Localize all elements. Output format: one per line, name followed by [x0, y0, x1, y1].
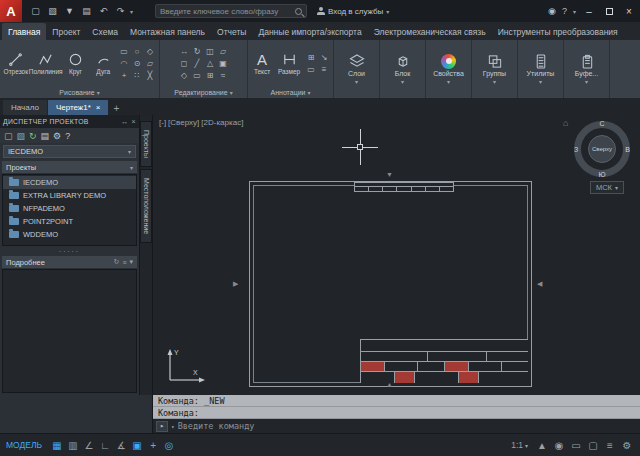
groups-button[interactable]: Группы ▾ [472, 40, 517, 98]
undo-icon[interactable]: ↶ [96, 3, 111, 19]
explode-icon[interactable]: ▣ [217, 58, 229, 69]
autoscale-icon[interactable]: ◉ [552, 437, 566, 453]
palette-resize-grip[interactable]: ..... [0, 247, 139, 255]
gear-icon[interactable]: ⚙ [620, 437, 634, 453]
ortho-icon[interactable]: ∟ [98, 437, 112, 453]
stretch-icon[interactable]: ◇ [178, 70, 190, 81]
properties-button[interactable]: Свойства ▾ [426, 40, 471, 98]
ellipse-icon[interactable]: ○ [131, 46, 143, 57]
layers-button[interactable]: Слои ▾ [334, 40, 379, 98]
circle-tool[interactable]: Круг [63, 52, 89, 75]
tree-item-extra-library-demo[interactable]: EXTRA LIBRARY DEMO [3, 189, 136, 202]
ribbon-tab-conversion-tools[interactable]: Инструменты преобразования [492, 23, 624, 40]
qat-dropdown-icon[interactable]: ▾ [130, 8, 133, 15]
open-icon[interactable]: ▧ [45, 3, 60, 19]
copy-icon[interactable]: ◻ [178, 58, 190, 69]
annotation-visibility-icon[interactable]: ▲ [535, 437, 549, 453]
projects-section-header[interactable]: Проекты▾ [2, 161, 137, 173]
erase-icon[interactable]: ≈ [217, 70, 229, 81]
viewcube[interactable]: ⌂ С Ю З В Сверху [574, 121, 630, 177]
rectangle-icon[interactable]: ▭ [118, 46, 130, 57]
viewcube-top-face[interactable]: Сверху [588, 135, 616, 163]
tree-item-point2point[interactable]: POINT2POINT [3, 215, 136, 228]
viewcube-north[interactable]: С [599, 120, 604, 127]
redo-icon[interactable]: ↷ [113, 3, 128, 19]
viewcube-home-icon[interactable]: ⌂ [563, 118, 568, 128]
signin-button[interactable]: Вход в службы ▾ [317, 7, 389, 16]
ribbon-tab-schematic[interactable]: Схема [86, 23, 124, 40]
fillet-icon[interactable]: △ [204, 58, 216, 69]
ribbon-tab-panel[interactable]: Монтажная панель [124, 23, 211, 40]
command-recent-icon[interactable]: ▾ [171, 423, 175, 430]
minimize-button[interactable]: – [582, 4, 596, 18]
refresh-icon[interactable]: ↻ [29, 131, 37, 141]
line-tool[interactable]: Отрезок [3, 52, 29, 75]
file-tab-close-icon[interactable]: × [96, 103, 101, 112]
annotation-scale-button[interactable]: 1:1▾ [511, 440, 528, 450]
dimension-tool[interactable]: Размер [277, 52, 301, 75]
current-project-dropdown[interactable]: IECDEMO▾ [3, 145, 136, 158]
array-icon[interactable]: ⊞ [204, 70, 216, 81]
plot-icon[interactable]: ▤ [79, 3, 94, 19]
ribbon-tab-home[interactable]: Главная [2, 23, 46, 40]
palette-close-icon[interactable]: × [132, 118, 136, 125]
panel-annotate-label[interactable]: Аннотации▾ [248, 87, 333, 98]
ribbon-tab-reports[interactable]: Отчеты [211, 23, 252, 40]
dynamic-input-icon[interactable]: ◎ [162, 437, 176, 453]
table-icon[interactable]: ⊞ [305, 52, 317, 63]
wcs-dropdown[interactable]: МСК▾ [590, 181, 624, 194]
ribbon-tab-electromechanical[interactable]: Электромеханическая связь [368, 23, 492, 40]
command-input[interactable]: ▸ ▾ Введите команду [153, 419, 640, 433]
command-customize-icon[interactable]: ▸ [156, 421, 168, 432]
model-space-button[interactable]: МОДЕЛЬ [6, 440, 42, 450]
help-dropdown-icon[interactable]: ▾ [573, 8, 576, 15]
mtext-icon[interactable]: ≡ [318, 64, 330, 75]
search-icon[interactable] [295, 8, 302, 15]
ribbon-tab-import-export[interactable]: Данные импорта/экспорта [252, 23, 367, 40]
trim-icon[interactable]: ╱ [191, 58, 203, 69]
palette-dock-icon[interactable]: ↔ [121, 118, 128, 125]
details-refresh-icon[interactable]: ↻ [114, 258, 120, 266]
point-icon[interactable]: + [118, 70, 130, 81]
text-tool[interactable]: А Текст [251, 52, 273, 75]
tree-item-nfpademo[interactable]: NFPADEMO [3, 202, 136, 215]
grid-icon[interactable]: ▦ [50, 437, 64, 453]
restore-button[interactable] [602, 4, 616, 18]
arc-tool[interactable]: Дуга [90, 52, 116, 75]
tree-item-wddemo[interactable]: WDDEMO [3, 228, 136, 241]
drawing-canvas[interactable]: [-] [Сверху] [2D-каркас] [153, 115, 640, 395]
rotate-icon[interactable]: ↻ [191, 46, 203, 57]
mirror-icon[interactable]: ◫ [204, 46, 216, 57]
spline-icon[interactable]: ◠ [118, 58, 130, 69]
new-icon[interactable]: ▢ [28, 3, 43, 19]
project-settings-icon[interactable]: ⚙ [53, 131, 61, 141]
notifications-icon[interactable]: ◉ [548, 6, 556, 16]
palette-tab-location[interactable]: Местоположение [140, 169, 152, 243]
viewcube-south[interactable]: Ю [598, 171, 605, 178]
panel-draw-label[interactable]: Рисование▾ [0, 87, 159, 98]
snap-mode-icon[interactable]: ▥ [66, 437, 80, 453]
block-button[interactable]: Блок ▾ [380, 40, 425, 98]
app-menu-button[interactable]: A [0, 0, 22, 22]
project-new-icon[interactable]: ▢ [4, 131, 13, 141]
search-input[interactable]: Введите ключевое слово/фразу [155, 4, 307, 18]
leader-icon[interactable]: ↘ [318, 52, 330, 63]
viewcube-east[interactable]: В [625, 146, 630, 153]
tree-item-iecdemo[interactable]: IECDEMO [3, 176, 136, 189]
object-snap-tracking-icon[interactable]: + [146, 437, 160, 453]
divide-icon[interactable]: ∷ [131, 70, 143, 81]
close-button[interactable]: × [622, 4, 636, 18]
details-list-icon[interactable]: ≡ [122, 259, 126, 266]
offset-icon[interactable]: ▱ [217, 46, 229, 57]
project-open-icon[interactable]: ▧ [17, 131, 26, 141]
customization-icon[interactable]: ≡ [603, 437, 617, 453]
polyline-tool[interactable]: Полилиния [31, 52, 61, 75]
textframe-icon[interactable]: ▭ [305, 64, 317, 75]
move-icon[interactable]: ↔ [178, 46, 190, 57]
viewport-visualstyle-control[interactable]: [2D-каркас] [201, 118, 243, 127]
object-snap-icon[interactable]: ▣ [130, 437, 144, 453]
details-section-header[interactable]: Подробнее ↻ ≡ ▾ [2, 256, 137, 268]
clean-screen-icon[interactable]: ▢ [586, 437, 600, 453]
scale-icon[interactable]: ▭ [191, 70, 203, 81]
hatch-icon[interactable]: ▱ [144, 58, 156, 69]
